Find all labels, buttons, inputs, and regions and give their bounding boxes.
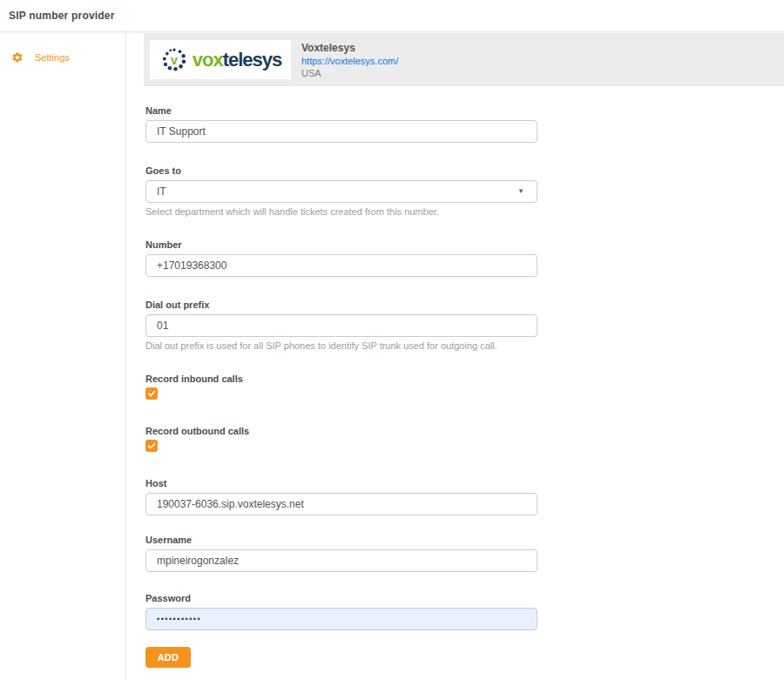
password-input[interactable] — [145, 608, 537, 630]
goes-to-helper-text: Select department which will handle tick… — [145, 206, 784, 217]
check-icon — [147, 389, 156, 398]
record-inbound-field-group: Record inbound calls — [145, 374, 784, 400]
chevron-down-icon: ▼ — [517, 188, 524, 195]
host-field-group: Host — [145, 478, 784, 515]
voxtelesys-logo-icon: v — [159, 45, 189, 75]
voxtelesys-logo-text: voxtelesys — [193, 50, 282, 70]
goes-to-label: Goes to — [145, 165, 784, 176]
sip-provider-form: Name Goes to IT ▼ Select department whic… — [126, 105, 784, 668]
dial-out-prefix-field-group: Dial out prefix Dial out prefix is used … — [145, 300, 784, 351]
provider-header: v voxtelesys Voxtelesys https://voxteles… — [144, 33, 784, 86]
number-input[interactable] — [145, 254, 537, 277]
main-panel: v voxtelesys Voxtelesys https://voxteles… — [126, 32, 784, 680]
record-outbound-checkbox[interactable] — [145, 440, 158, 452]
dial-out-prefix-input[interactable] — [145, 314, 537, 337]
provider-country: USA — [301, 68, 398, 78]
number-field-group: Number — [145, 239, 784, 277]
goes-to-selected-value: IT — [157, 185, 166, 198]
record-outbound-label: Record outbound calls — [145, 426, 784, 436]
host-label: Host — [145, 478, 784, 488]
svg-text:v: v — [171, 52, 178, 66]
password-label: Password — [145, 593, 784, 603]
sidebar-item-label: Settings — [35, 52, 70, 63]
goes-to-select[interactable]: IT ▼ — [145, 180, 537, 203]
page-title: SIP number provider — [9, 10, 115, 22]
record-inbound-checkbox[interactable] — [145, 387, 158, 400]
sidebar: Settings — [0, 32, 126, 680]
voxtelesys-logo: v voxtelesys — [150, 40, 291, 79]
add-button[interactable]: ADD — [145, 647, 191, 668]
dial-out-prefix-helper-text: Dial out prefix is used for all SIP phon… — [145, 340, 784, 351]
gear-icon — [11, 51, 24, 64]
dial-out-prefix-label: Dial out prefix — [145, 300, 784, 310]
record-inbound-label: Record inbound calls — [145, 374, 784, 384]
username-label: Username — [145, 535, 784, 545]
goes-to-field-group: Goes to IT ▼ Select department which wil… — [145, 165, 784, 217]
name-field-group: Name — [145, 105, 784, 143]
provider-url-link[interactable]: https://voxtelesys.com/ — [301, 56, 398, 66]
username-input[interactable] — [145, 549, 537, 572]
username-field-group: Username — [145, 535, 784, 572]
provider-info: Voxtelesys https://voxtelesys.com/ USA — [301, 42, 398, 78]
name-label: Name — [145, 105, 784, 116]
record-outbound-field-group: Record outbound calls — [145, 426, 784, 452]
name-input[interactable] — [145, 120, 537, 143]
sidebar-item-settings[interactable]: Settings — [0, 32, 125, 64]
provider-name: Voxtelesys — [301, 42, 398, 54]
top-bar: SIP number provider — [0, 0, 784, 32]
password-field-group: Password — [145, 593, 784, 630]
number-label: Number — [145, 239, 784, 250]
check-icon — [147, 441, 156, 450]
host-input[interactable] — [145, 493, 537, 515]
